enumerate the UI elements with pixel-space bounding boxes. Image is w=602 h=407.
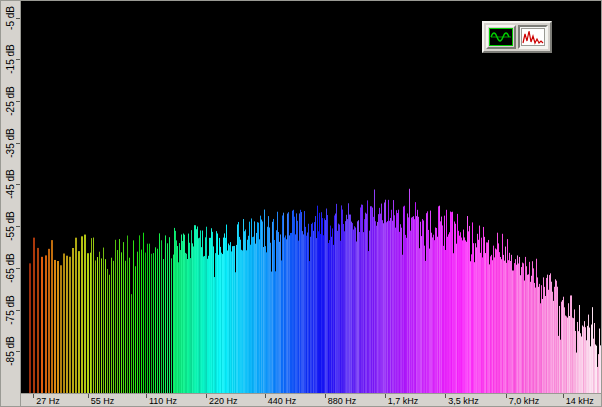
y-axis-label: -55 dB: [5, 211, 16, 240]
x-axis-tick: [506, 394, 507, 398]
view-mode-toolbar: [482, 21, 552, 53]
y-axis-tick: [16, 268, 20, 269]
x-axis-label: 27 Hz: [36, 396, 60, 406]
spectrum-canvas: [21, 1, 602, 393]
x-axis-tick: [265, 394, 266, 398]
y-axis-tick: [16, 143, 20, 144]
x-axis-tick: [445, 394, 446, 398]
x-axis: 27 Hz55 Hz110 Hz220 Hz440 Hz880 Hz1,7 kH…: [1, 393, 602, 407]
y-axis-tick: [16, 101, 20, 102]
y-axis-tick: [16, 184, 20, 185]
y-axis-label: -85 dB: [5, 337, 16, 366]
x-axis-label: 440 Hz: [268, 396, 297, 406]
y-axis-tick: [16, 59, 20, 60]
y-axis-tick: [16, 18, 20, 19]
y-axis: -5 dB-15 dB-25 dB-35 dB-45 dB-55 dB-65 d…: [1, 1, 21, 407]
waveform-view-button[interactable]: [486, 25, 516, 49]
waveform-icon: [489, 28, 513, 46]
y-axis-tick: [16, 310, 20, 311]
y-axis-label: -15 dB: [5, 45, 16, 74]
x-axis-tick: [563, 394, 564, 398]
x-axis-label: 7,0 kHz: [509, 396, 540, 406]
x-axis-label: 220 Hz: [209, 396, 238, 406]
y-axis-tick: [16, 351, 20, 352]
y-axis-label: -5 dB: [5, 6, 16, 30]
x-axis-tick: [33, 394, 34, 398]
y-axis-tick: [16, 226, 20, 227]
y-axis-label: -45 dB: [5, 170, 16, 199]
x-axis-tick: [88, 394, 89, 398]
x-axis-tick: [146, 394, 147, 398]
x-axis-label: 880 Hz: [328, 396, 357, 406]
spectrum-analyzer-window: -5 dB-15 dB-25 dB-35 dB-45 dB-55 dB-65 d…: [0, 0, 602, 407]
x-axis-label: 14 kHz: [566, 396, 594, 406]
x-axis-label: 110 Hz: [149, 396, 177, 406]
y-axis-label: -35 dB: [5, 128, 16, 157]
x-axis-label: 55 Hz: [91, 396, 115, 406]
y-axis-label: -65 dB: [5, 253, 16, 282]
y-axis-label: -25 dB: [5, 86, 16, 115]
x-axis-tick: [385, 394, 386, 398]
spectrum-plot[interactable]: [21, 1, 602, 393]
spectrum-view-button[interactable]: [518, 25, 548, 49]
spectrum-icon: [521, 28, 545, 46]
y-axis-label: -75 dB: [5, 295, 16, 324]
x-axis-tick: [206, 394, 207, 398]
x-axis-label: 3,5 kHz: [448, 396, 479, 406]
x-axis-tick: [325, 394, 326, 398]
x-axis-label: 1,7 kHz: [388, 396, 419, 406]
